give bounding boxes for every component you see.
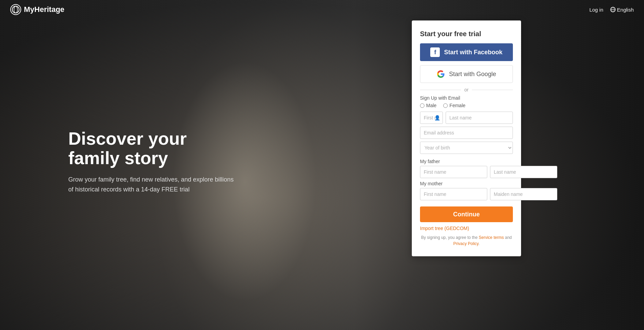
hero-title: Discover your family story: [68, 129, 239, 168]
login-link[interactable]: Log in: [589, 7, 603, 13]
terms-text: By signing up, you agree to the Service …: [420, 234, 513, 247]
import-gedcom-link[interactable]: Import tree (GEDCOM): [420, 226, 513, 231]
continue-button[interactable]: Continue: [420, 206, 513, 222]
gender-female-option[interactable]: Female: [443, 103, 465, 108]
gender-female-label: Female: [449, 103, 465, 108]
language-label: English: [617, 7, 634, 13]
email-input[interactable]: [420, 127, 513, 139]
logo-text: MyHeritage: [24, 5, 65, 14]
father-row: [420, 166, 513, 178]
gender-row: Male Female: [420, 103, 513, 108]
navbar: MyHeritage Log in English: [0, 0, 644, 19]
signup-panel: Start your free trial f Start with Faceb…: [412, 20, 521, 256]
signup-email-label: Sign Up with Email: [420, 95, 513, 101]
facebook-icon: f: [430, 47, 440, 57]
divider-line-left: [420, 90, 461, 90]
logo-icon: [10, 4, 21, 15]
facebook-button-label: Start with Facebook: [444, 49, 502, 56]
gender-male-radio[interactable]: [420, 103, 424, 108]
svg-point-1: [14, 6, 17, 13]
mother-label: My mother: [420, 181, 513, 186]
last-name-input[interactable]: [446, 112, 513, 124]
gender-male-label: Male: [426, 103, 436, 108]
panel-title: Start your free trial: [420, 30, 513, 38]
privacy-policy-link[interactable]: Privacy Policy: [453, 241, 478, 246]
continue-button-label: Continue: [453, 211, 480, 218]
language-selector[interactable]: English: [610, 7, 634, 13]
father-last-name-input[interactable]: [490, 166, 557, 178]
hero-subtitle: Grow your family tree, find new relative…: [68, 175, 239, 195]
google-button-label: Start with Google: [449, 71, 496, 78]
or-label: or: [464, 87, 468, 92]
father-first-name-input[interactable]: [420, 166, 487, 178]
facebook-button[interactable]: f Start with Facebook: [420, 43, 513, 61]
google-button[interactable]: Start with Google: [420, 65, 513, 83]
service-terms-link[interactable]: Service terms: [479, 235, 504, 240]
mother-maiden-name-input[interactable]: [490, 188, 557, 200]
gender-male-option[interactable]: Male: [420, 103, 436, 108]
father-label: My father: [420, 159, 513, 164]
person-icon: 👤: [434, 115, 440, 120]
first-name-wrapper: 👤: [420, 112, 443, 124]
google-icon: [437, 70, 445, 78]
svg-point-0: [12, 6, 19, 13]
logo: MyHeritage: [10, 4, 65, 15]
divider: or: [420, 87, 513, 92]
globe-icon: [610, 7, 616, 12]
name-row: 👤: [420, 112, 513, 124]
terms-and: and: [504, 235, 512, 240]
hero-section: Discover your family story Grow your fam…: [68, 129, 239, 195]
year-of-birth-select[interactable]: Year of birth: [420, 142, 513, 154]
gender-female-radio[interactable]: [443, 103, 448, 108]
mother-first-name-input[interactable]: [420, 188, 487, 200]
terms-before: By signing up, you agree to the: [421, 235, 479, 240]
mother-row: [420, 188, 513, 200]
terms-period: .: [478, 241, 479, 246]
divider-line-right: [472, 90, 513, 90]
nav-right: Log in English: [589, 7, 634, 13]
